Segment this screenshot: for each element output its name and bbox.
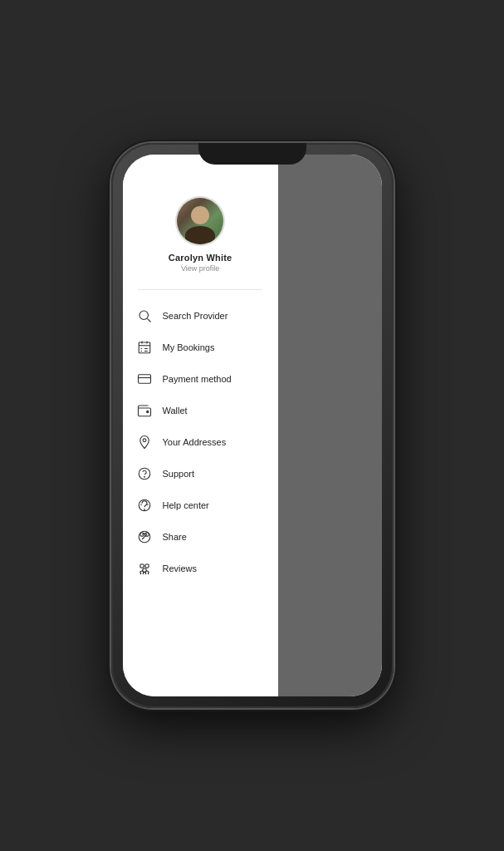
wallet-icon (136, 402, 153, 419)
gray-background-panel (278, 155, 382, 696)
menu-label-payment-method: Payment method (163, 374, 232, 384)
menu-label-my-bookings: My Bookings (163, 342, 215, 352)
profile-divider (138, 289, 262, 290)
menu-item-payment-method[interactable]: Payment method (123, 363, 278, 395)
menu-label-share: Share (163, 532, 187, 542)
help-icon (136, 497, 153, 514)
phone-wrapper: Carolyn White View profile Search Provid… (111, 143, 394, 708)
menu-label-wallet: Wallet (163, 406, 188, 416)
svg-point-15 (144, 476, 144, 477)
svg-point-19 (139, 564, 144, 568)
phone-notch (198, 143, 306, 165)
avatar-image (177, 198, 223, 244)
svg-point-14 (139, 468, 150, 480)
phone-frame: Carolyn White View profile Search Provid… (111, 143, 394, 708)
menu-label-your-addresses: Your Addresses (163, 437, 227, 447)
menu-panel: Carolyn White View profile Search Provid… (123, 155, 278, 696)
svg-point-0 (139, 311, 149, 320)
search-icon (136, 307, 153, 324)
menu-item-reviews[interactable]: Reviews (123, 553, 278, 584)
svg-point-20 (144, 564, 149, 568)
menu-item-your-addresses[interactable]: Your Addresses (123, 426, 278, 458)
reviews-icon (136, 560, 153, 577)
support-icon (136, 465, 153, 482)
address-icon (136, 434, 153, 450)
svg-point-17 (144, 509, 144, 510)
view-profile-link[interactable]: View profile (181, 264, 219, 273)
svg-point-13 (143, 439, 146, 442)
menu-label-reviews: Reviews (163, 563, 198, 573)
menu-list: Search Provider My Bookings (123, 297, 278, 588)
menu-item-my-bookings[interactable]: My Bookings (123, 332, 278, 363)
payment-icon (136, 371, 153, 387)
share-icon (136, 529, 153, 545)
menu-label-search-provider: Search Provider (163, 311, 228, 321)
menu-item-search-provider[interactable]: Search Provider (123, 300, 278, 332)
profile-name: Carolyn White (169, 253, 232, 263)
bookings-icon (136, 339, 153, 356)
menu-label-support: Support (163, 469, 195, 479)
menu-item-wallet[interactable]: Wallet (123, 395, 278, 426)
svg-rect-10 (138, 375, 150, 384)
svg-line-1 (147, 318, 150, 322)
menu-item-help-center[interactable]: Help center (123, 489, 278, 521)
menu-item-support[interactable]: Support (123, 458, 278, 489)
svg-point-12 (146, 411, 148, 412)
phone-screen: Carolyn White View profile Search Provid… (123, 155, 382, 696)
menu-label-help-center: Help center (163, 500, 209, 510)
menu-item-share[interactable]: Share (123, 521, 278, 553)
profile-section: Carolyn White View profile (123, 188, 278, 283)
avatar (175, 196, 225, 246)
